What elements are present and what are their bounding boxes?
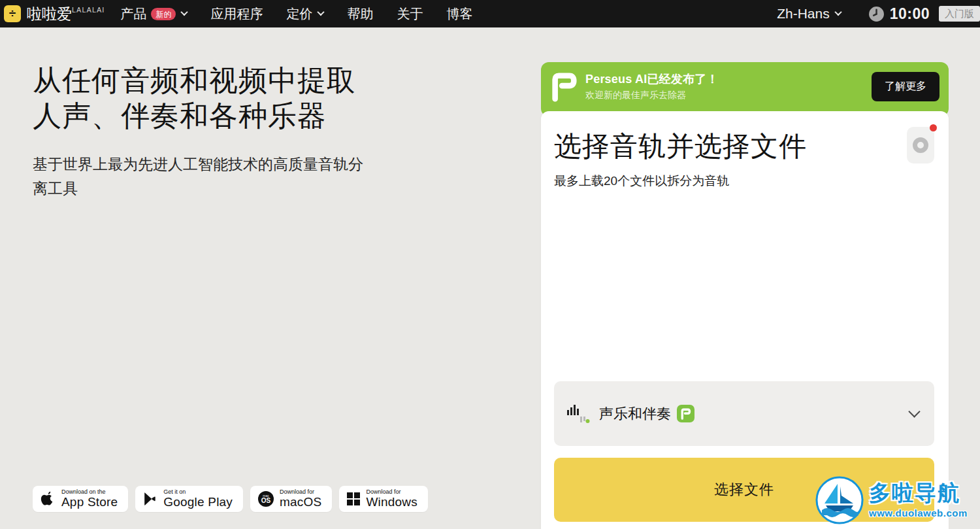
nav-menu: 产品 新的 应用程序 定价 帮助 关于 博客	[120, 5, 472, 23]
nav-item-label: 帮助	[347, 5, 373, 23]
perseus-promo-banner[interactable]: Perseus AI已经发布了！ 欢迎新的最佳声乐去除器 了解更多	[541, 62, 949, 116]
time-remaining: 10:00	[890, 5, 930, 23]
nav-item-products[interactable]: 产品 新的	[120, 5, 187, 23]
upload-card: 选择音轨并选择文件 最多上载20个文件以拆分为音轨 声乐和伴奏	[541, 111, 949, 529]
card-header: 选择音轨并选择文件	[554, 126, 934, 163]
banner-subtitle: 欢迎新的最佳声乐去除器	[585, 90, 719, 101]
card-subtitle: 最多上载20个文件以拆分为音轨	[554, 173, 934, 190]
app-store-button[interactable]: Download on the App Store	[33, 486, 128, 512]
chevron-down-icon	[318, 8, 325, 15]
nav-item-label: 应用程序	[210, 5, 263, 23]
store-button-text: Get it on Google Play	[163, 488, 233, 510]
store-buttons: Download on the App Store Get it on Goog…	[33, 486, 428, 512]
nav-item-apps[interactable]: 应用程序	[210, 5, 263, 23]
google-play-button[interactable]: Get it on Google Play	[135, 486, 243, 512]
clock-icon	[868, 6, 885, 22]
brand-name: 啦啦爱	[27, 5, 72, 22]
store-button-text: Download on the App Store	[61, 488, 118, 510]
plan-badge[interactable]: 入门版	[939, 6, 980, 22]
perseus-logo-icon	[550, 72, 578, 102]
store-small-label: Get it on	[163, 488, 233, 496]
store-button-text: Download for Windows	[366, 488, 417, 510]
card-title: 选择音轨并选择文件	[554, 131, 807, 162]
nav-item-label: 产品	[120, 5, 146, 23]
store-label: macOS	[280, 495, 321, 509]
gear-icon	[913, 137, 928, 153]
brand[interactable]: 啦啦爱 LALALAI	[27, 5, 105, 22]
page-title: 从任何音频和视频中提取 人声、伴奏和各种乐器	[33, 63, 451, 133]
apple-icon	[41, 490, 56, 507]
store-label: Google Play	[163, 495, 233, 509]
store-label: Windows	[366, 495, 417, 509]
store-button-text: Download for macOS	[280, 488, 321, 510]
lalal-logo-icon[interactable]: ÷	[4, 5, 21, 22]
perseus-badge-icon	[677, 405, 694, 422]
nav-item-label: 定价	[286, 5, 312, 23]
hero-section: 从任何音频和视频中提取 人声、伴奏和各种乐器 基于世界上最为先进人工智能技术的高…	[33, 63, 451, 201]
store-small-label: Download for	[366, 488, 417, 496]
learn-more-button[interactable]: 了解更多	[872, 72, 939, 101]
chevron-down-icon	[908, 405, 920, 417]
page-subtitle: 基于世界上最为先进人工智能技术的高质量音轨分离工具	[33, 152, 367, 201]
stem-selector-dropdown[interactable]: 声乐和伴奏	[554, 381, 934, 446]
page-title-line2: 人声、伴奏和各种乐器	[33, 98, 451, 133]
nav-item-blog[interactable]: 博客	[446, 5, 472, 23]
stem-selector-label: 声乐和伴奏	[599, 404, 671, 424]
chevron-down-icon	[834, 8, 841, 15]
macos-button[interactable]: mac OS Download for macOS	[250, 486, 332, 512]
windows-icon	[347, 492, 360, 505]
new-badge: 新的	[151, 8, 176, 20]
language-label: Zh-Hans	[777, 6, 830, 22]
store-small-label: Download for	[280, 488, 321, 496]
nav-item-label: 关于	[397, 5, 423, 23]
macos-icon-text: OS	[261, 498, 270, 504]
select-files-button[interactable]: 选择文件	[554, 458, 934, 522]
nav-item-help[interactable]: 帮助	[347, 5, 373, 23]
nav-right: Zh-Hans 10:00 入门版	[777, 5, 980, 23]
usage-timer[interactable]: 10:00	[868, 5, 930, 23]
macos-icon: mac OS	[258, 491, 274, 507]
banner-text: Perseus AI已经发布了！ 欢迎新的最佳声乐去除器	[585, 71, 719, 101]
page-title-line1: 从任何音频和视频中提取	[33, 63, 451, 98]
waveform-icon	[567, 403, 592, 424]
top-nav: ÷ 啦啦爱 LALALAI 产品 新的 应用程序 定价 帮助 关于 博客 Zh-…	[0, 0, 980, 27]
nav-item-label: 博客	[446, 5, 472, 23]
nav-item-about[interactable]: 关于	[397, 5, 423, 23]
language-selector[interactable]: Zh-Hans	[777, 6, 841, 22]
settings-button[interactable]	[907, 127, 934, 163]
store-label: App Store	[61, 495, 118, 509]
chevron-down-icon	[181, 8, 188, 15]
banner-title: Perseus AI已经发布了！	[585, 71, 719, 87]
nav-item-pricing[interactable]: 定价	[286, 5, 323, 23]
store-small-label: Download on the	[61, 488, 118, 496]
notification-dot	[930, 124, 937, 131]
upload-panel: Perseus AI已经发布了！ 欢迎新的最佳声乐去除器 了解更多 选择音轨并选…	[541, 62, 949, 529]
windows-button[interactable]: Download for Windows	[339, 486, 427, 512]
brand-sup: LALALAI	[72, 6, 105, 14]
google-play-icon	[143, 491, 157, 507]
